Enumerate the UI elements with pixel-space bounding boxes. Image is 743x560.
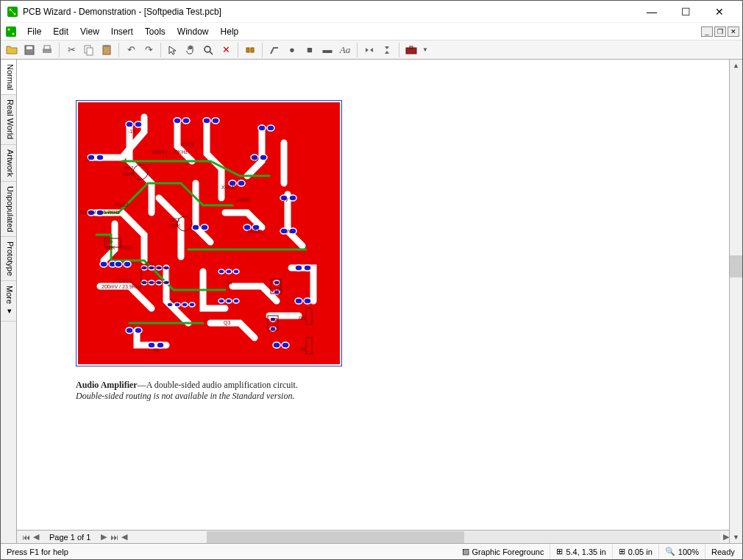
minimize-button[interactable]: — [635,1,669,23]
svg-text:300mV / 16.7KHz: 300mV / 16.7KHz [79,210,120,215]
tab-artwork[interactable]: Artwork [1,145,16,182]
scroll-up-button[interactable]: ▲ [730,60,742,71]
svg-text:200mV / 10KHz: 200mV / 10KHz [152,149,188,155]
svg-text:XSG3: XSG3 [181,142,195,147]
menu-tools[interactable]: Tools [139,25,171,38]
print-button[interactable] [39,42,55,58]
undo-button[interactable]: ↶ [123,42,139,58]
caption-note: Double-sided routing is not available in… [76,391,342,402]
status-grid[interactable]: ⊞0.05 in [613,544,659,559]
design-canvas[interactable]: -1V XSG3 200mV / 10KHz 1V VR2 100K -5V X… [17,60,729,530]
status-bar: Press F1 for help ▨Graphic Foregrounc ⊞5… [1,543,742,559]
copper-tool[interactable]: ▬ [319,42,335,58]
page-next-button[interactable]: ▶ [99,532,108,542]
svg-point-40 [115,261,122,267]
page-indicator: Page 1 of 1 [42,533,98,542]
maximize-button[interactable]: ☐ [669,1,703,23]
page-first-button[interactable]: ⏮ [21,533,30,542]
flip-v-button[interactable] [379,42,395,58]
vscroll-track[interactable] [730,71,742,531]
toolbox-dropdown[interactable]: ▼ [421,42,430,58]
svg-point-44 [295,298,302,304]
svg-point-33 [289,195,296,201]
svg-point-65 [226,299,232,303]
status-zoom[interactable]: 🔍100% [659,544,705,559]
zoom-tool[interactable] [200,42,216,58]
status-coords: ⊞5.4, 1.35 in [550,544,612,559]
text-tool[interactable]: Aa [337,42,353,58]
menu-insert[interactable]: Insert [105,25,139,38]
status-ready: Ready [705,544,742,559]
tab-unpopulated[interactable]: Unpopulated [1,182,16,237]
menu-view[interactable]: View [74,25,105,38]
toolbox-button[interactable] [403,42,419,58]
redo-button[interactable]: ↷ [141,42,157,58]
scroll-left-button[interactable]: ◀ [120,532,129,542]
hscroll-thumb[interactable] [207,531,463,543]
svg-text:D4: D4 [299,347,305,352]
save-button[interactable] [21,42,38,58]
caption-title: Audio Amplifier [76,380,138,390]
title-bar: PCB Wizard - Demonstration - [Softpedia … [1,1,742,23]
hscroll-track[interactable] [207,531,720,543]
svg-text:10K: 10K [106,245,115,250]
track-tool[interactable] [266,42,282,58]
svg-point-63 [189,302,195,307]
pointer-tool[interactable] [165,42,181,58]
mdi-minimize-button[interactable]: _ [701,26,713,37]
tab-prototype[interactable]: Prototype [1,237,16,281]
close-button[interactable]: ✕ [703,1,736,23]
component-gallery-button[interactable] [242,42,258,58]
svg-text:Q4: Q4 [225,280,232,286]
tab-normal[interactable]: Normal [1,60,16,95]
page-prev-button[interactable]: ◀ [32,532,40,542]
cut-button[interactable]: ✂ [63,42,79,58]
copy-button[interactable] [81,42,97,58]
svg-rect-13 [104,45,109,47]
flip-h-button[interactable] [361,42,377,58]
svg-point-42 [295,265,302,271]
tab-more[interactable]: More ▾ [1,281,16,321]
svg-point-64 [218,299,224,303]
svg-text:-9V: -9V [280,197,288,202]
hand-tool[interactable] [182,42,199,58]
svg-point-25 [212,118,219,124]
tab-real-world[interactable]: Real World [1,95,16,144]
svg-point-5 [13,32,15,35]
mdi-restore-button[interactable]: ❐ [714,26,726,37]
mdi-close-button[interactable]: ✕ [728,26,739,37]
svg-text:9V: 9V [153,348,160,353]
vscroll-thumb[interactable] [730,255,742,277]
svg-point-22 [174,118,181,124]
svg-text:SW2: SW2 [121,245,132,250]
svg-text:200mV / 23.9KHz: 200mV / 23.9KHz [102,284,142,289]
vertical-scrollbar: ▲ ▼ [729,60,742,543]
svg-point-20 [126,121,133,127]
ruler-icon: ⊞ [556,547,563,556]
svg-point-43 [304,265,311,271]
horizontal-scrollbar: ⏮ ◀ Page 1 of 1 ▶ ⏭ ◀ ▶ [17,530,729,543]
svg-point-14 [205,46,210,52]
svg-point-49 [157,342,164,348]
open-button[interactable] [4,42,20,58]
menu-window[interactable]: Window [171,25,215,38]
zoom-icon: 🔍 [665,547,675,556]
menu-file[interactable]: File [21,25,47,38]
svg-text:Q3: Q3 [224,320,230,326]
svg-rect-9 [44,46,50,49]
svg-rect-11 [87,48,93,55]
rect-tool[interactable]: ■ [302,42,318,58]
pad-tool[interactable]: ● [284,42,300,58]
svg-text:-1V: -1V [128,129,136,134]
page-last-button[interactable]: ⏭ [110,533,118,542]
paste-button[interactable] [99,42,115,58]
caption: Audio Amplifier—A double-sided audio amp… [76,380,342,402]
delete-tool[interactable]: ✕ [218,42,234,58]
status-layer[interactable]: ▨Graphic Foregrounc [456,544,551,559]
scroll-down-button[interactable]: ▼ [730,531,742,543]
svg-text:XMM1: XMM1 [221,185,236,190]
pcb-board[interactable]: -1V XSG3 200mV / 10KHz 1V VR2 100K -5V X… [76,100,342,366]
menu-edit[interactable]: Edit [47,25,74,38]
scroll-right-button[interactable]: ▶ [720,532,729,542]
menu-help[interactable]: Help [215,25,245,38]
